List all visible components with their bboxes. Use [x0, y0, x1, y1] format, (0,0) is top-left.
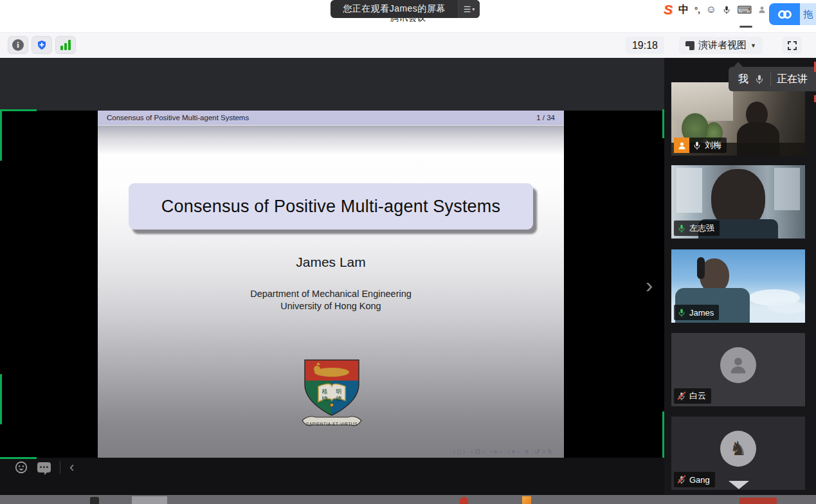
participant-name: 白云 — [689, 390, 706, 402]
slide-page-indicator: 1 / 34 — [536, 114, 555, 122]
mic-muted-icon — [677, 392, 686, 401]
participant-name-pill: James — [674, 305, 719, 320]
fullscreen-icon — [788, 41, 797, 50]
participant-name: 刘梅 — [705, 140, 721, 151]
banner-menu-button[interactable]: ☰▾ — [458, 0, 480, 18]
ime-language-toggle[interactable]: 中 — [678, 3, 689, 17]
panel-expand-chevron[interactable]: › — [646, 274, 653, 296]
me-label: 我 — [738, 73, 748, 86]
share-border-segment — [0, 374, 2, 424]
chat-button[interactable] — [37, 462, 51, 473]
beamer-nav-symbols: ‹□› ‹⊡› ‹≡› ‹≡› ≡ ↺○↻ — [453, 448, 555, 455]
meeting-timer: 19:18 — [626, 37, 664, 54]
horse-statue-icon: ♞ — [730, 439, 747, 458]
crest-char: 物 — [322, 395, 328, 402]
info-icon: i — [12, 39, 24, 51]
participant-name-pill: 左志强 — [674, 221, 720, 236]
avatar — [720, 347, 756, 383]
share-border-segment — [0, 457, 37, 459]
slide-header-bar: Consensus of Positive Multi-agent System… — [98, 111, 564, 125]
participant-tile-liumei[interactable]: 刘梅 — [671, 82, 805, 156]
taskbar-icon[interactable] — [522, 496, 531, 504]
collapse-left-chevron[interactable]: ‹ — [69, 460, 74, 474]
participant-name-pill: 刘梅 — [689, 138, 727, 153]
divider — [60, 461, 60, 474]
taskbar-icon[interactable] — [739, 498, 777, 504]
avatar: ♞ — [720, 431, 756, 467]
emoji-reaction-button[interactable] — [14, 460, 28, 474]
participant-name-pill: 白云 — [674, 388, 711, 404]
fullscreen-button[interactable] — [782, 37, 802, 54]
screen-watch-banner-text: 您正在观看James的屏幕 — [331, 3, 458, 15]
participant-name: 左志强 — [689, 222, 714, 234]
meeting-dock-button[interactable] — [769, 3, 800, 25]
slide-title-box: Consensus of Positive Multi-agent System… — [129, 183, 533, 230]
divider — [770, 72, 771, 86]
slide-title: Consensus of Positive Multi-agent System… — [161, 197, 500, 217]
stage-bottom-area — [0, 458, 664, 495]
dock-drag-label[interactable]: 拖 — [800, 3, 816, 25]
affiliation-line1: Department of Mechanical Engineering — [98, 288, 564, 300]
share-border-segment — [0, 109, 37, 111]
scroll-participants-down-arrow[interactable] — [729, 481, 749, 489]
sogou-ime-icon[interactable]: S — [664, 3, 673, 17]
voice-input-icon[interactable] — [722, 5, 731, 14]
view-mode-dropdown[interactable]: 演讲者视图 ▼ — [679, 37, 763, 54]
caret-down-icon: ▾ — [472, 6, 475, 12]
slide-author: James Lam — [98, 255, 564, 270]
speaking-status-text: 正在讲 — [777, 73, 808, 86]
minimize-button[interactable] — [739, 26, 752, 28]
view-mode-label: 演讲者视图 — [698, 39, 747, 51]
meeting-security-button[interactable] — [32, 36, 52, 54]
participants-sidebar: 刘梅 左志强 — [664, 58, 816, 495]
host-badge — [674, 138, 689, 153]
crest-char: 德 — [336, 395, 342, 402]
participant-tile-james[interactable]: James — [671, 249, 805, 323]
participant-name: James — [689, 308, 714, 318]
presentation-slide: Consensus of Positive Multi-agent System… — [98, 111, 564, 458]
mic-on-icon — [693, 141, 702, 150]
mic-muted-icon — [677, 475, 686, 484]
participant-tile-zuozhiqiang[interactable]: 左志强 — [671, 165, 805, 239]
slide-header-shade — [98, 125, 564, 154]
participant-name: Gang — [689, 475, 710, 485]
reaction-bar: ‹ — [14, 459, 74, 476]
crest-motto: SAPIENTIA·ET·VIRTUS — [306, 422, 358, 426]
meeting-info-button[interactable]: i — [8, 36, 28, 54]
speaker-view-icon — [685, 41, 694, 50]
share-border-segment — [0, 109, 2, 161]
emoji-panel-icon[interactable]: ☺ — [706, 4, 716, 15]
participant-name-pill: Gang — [674, 472, 715, 487]
account-card-icon[interactable] — [757, 5, 766, 14]
share-border-segment — [662, 411, 664, 458]
stage-top-area — [0, 58, 664, 111]
taskbar-icon[interactable] — [460, 497, 468, 504]
participant-tile-gang[interactable]: ♞ Gang — [671, 417, 805, 490]
hku-crest: 格 物 明 德 SAPIENTIA·ET·VIRTUS — [298, 356, 365, 438]
crest-char: 明 — [336, 388, 342, 395]
my-mic-icon[interactable] — [754, 74, 765, 84]
signal-bars-icon — [60, 40, 71, 50]
taskbar-icon[interactable] — [132, 496, 167, 504]
participant-tile-baiyun[interactable]: 白云 — [671, 333, 805, 406]
speaking-status-tooltip: 我 正在讲 — [729, 67, 816, 91]
person-placeholder-icon — [727, 354, 749, 376]
caret-down-icon: ▼ — [750, 42, 756, 49]
mic-speaking-icon — [677, 224, 686, 233]
slide-header-title: Consensus of Positive Multi-agent System… — [107, 114, 536, 122]
taskbar-icon[interactable] — [90, 497, 99, 504]
tencent-meeting-logo-icon — [778, 10, 792, 19]
soft-keyboard-icon[interactable]: ⌨ — [737, 4, 752, 16]
screen: 腾讯会议 您正在观看James的屏幕 ☰▾ S 中 °, ☺ ⌨ 拖 i 19:… — [0, 0, 816, 504]
crest-char: 格 — [322, 388, 328, 395]
share-border-segment — [662, 109, 664, 138]
affiliation-line2: University of Hong Kong — [98, 300, 564, 312]
network-quality-button[interactable] — [55, 36, 76, 54]
windows-taskbar[interactable] — [0, 495, 816, 504]
screen-watch-banner: 您正在观看James的屏幕 ☰▾ — [331, 0, 480, 18]
ime-punctuation-icon[interactable]: °, — [694, 5, 700, 15]
shield-plus-icon — [36, 39, 48, 51]
slide-affiliation: Department of Mechanical Engineering Uni… — [98, 288, 564, 312]
person-icon — [677, 141, 687, 150]
mic-speaking-icon — [677, 308, 686, 317]
